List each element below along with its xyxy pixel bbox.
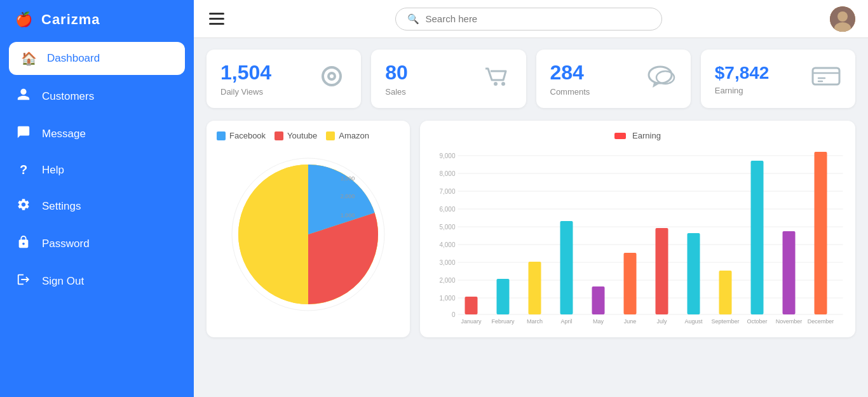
sidebar-label-password: Password xyxy=(42,238,90,250)
bar-october xyxy=(751,161,764,314)
daily-views-icon xyxy=(316,64,347,95)
sidebar-label-dashboard: Dashboard xyxy=(47,52,100,65)
sales-label: Sales xyxy=(385,87,408,97)
stat-card-daily-views: 1,504 Daily Views xyxy=(207,50,361,108)
legend-label-facebook: Facebook xyxy=(229,131,266,140)
settings-icon xyxy=(15,198,32,215)
daily-views-label: Daily Views xyxy=(220,87,271,97)
stat-card-earning: $7,842 Earning xyxy=(701,50,855,108)
logo-text: Carizma xyxy=(41,11,100,28)
stat-sales-left: 80 Sales xyxy=(385,61,408,97)
svg-text:April: April xyxy=(560,318,572,325)
content-area: 1,504 Daily Views 80 Sales 284 xyxy=(194,38,868,397)
bar-legend-dot xyxy=(614,133,626,139)
signout-icon xyxy=(15,273,32,290)
stat-card-sales: 80 Sales xyxy=(371,50,526,108)
svg-point-8 xyxy=(649,67,672,83)
earning-number: $7,842 xyxy=(715,63,770,83)
sidebar-item-signout[interactable]: Sign Out xyxy=(0,262,194,300)
bar-november xyxy=(783,231,796,314)
sidebar-label-settings: Settings xyxy=(42,200,81,213)
legend-amazon: Amazon xyxy=(326,131,369,140)
svg-text:February: February xyxy=(491,318,515,325)
help-icon: ? xyxy=(15,163,32,177)
sidebar-item-message[interactable]: Message xyxy=(0,115,194,152)
stat-earning-left: $7,842 Earning xyxy=(715,63,770,95)
svg-point-5 xyxy=(330,74,334,78)
stat-daily-views-left: 1,504 Daily Views xyxy=(220,61,271,97)
bar-december xyxy=(815,152,827,314)
bar-september xyxy=(719,271,732,314)
svg-rect-10 xyxy=(813,68,839,84)
password-icon xyxy=(15,235,32,252)
bar-may xyxy=(592,286,605,314)
svg-point-1 xyxy=(837,11,848,22)
search-box: 🔍 xyxy=(395,8,662,30)
sidebar-item-customers[interactable]: Customers xyxy=(0,77,194,115)
svg-text:7,000: 7,000 xyxy=(439,188,455,195)
legend-dot-youtube xyxy=(275,131,283,140)
apple-icon: 🍎 xyxy=(15,11,32,28)
search-input[interactable] xyxy=(426,13,650,24)
sales-icon xyxy=(482,64,512,95)
svg-text:October: October xyxy=(747,318,767,325)
pie-chart-container: 3,000 2,000 1,000 xyxy=(217,147,400,322)
stat-comments-left: 284 Comments xyxy=(550,61,590,97)
svg-point-7 xyxy=(501,82,505,86)
search-icon: 🔍 xyxy=(407,13,419,25)
svg-text:September: September xyxy=(711,318,739,325)
svg-text:January: January xyxy=(461,318,482,325)
svg-text:9,000: 9,000 xyxy=(439,152,455,159)
bar-june xyxy=(624,253,637,314)
stats-row: 1,504 Daily Views 80 Sales 284 xyxy=(207,50,855,108)
svg-text:8,000: 8,000 xyxy=(439,170,455,177)
svg-text:May: May xyxy=(593,318,604,325)
svg-text:December: December xyxy=(808,318,834,325)
pie-chart-svg: 3,000 2,000 1,000 xyxy=(226,152,391,317)
sidebar-item-help[interactable]: ? Help xyxy=(0,152,194,187)
sidebar-item-password[interactable]: Password xyxy=(0,225,194,262)
svg-text:November: November xyxy=(776,318,803,325)
svg-text:5,000: 5,000 xyxy=(439,224,455,231)
bar-legend-label: Earning xyxy=(632,131,661,140)
user-avatar[interactable] xyxy=(830,6,855,32)
sidebar-label-help: Help xyxy=(42,164,64,177)
sidebar-item-settings[interactable]: Settings xyxy=(0,187,194,225)
legend-dot-facebook xyxy=(217,131,226,140)
search-container: 🔍 xyxy=(237,8,820,30)
message-icon xyxy=(15,125,32,142)
legend-dot-amazon xyxy=(326,131,335,140)
comments-icon xyxy=(644,64,677,95)
earning-label: Earning xyxy=(715,86,770,95)
sidebar-item-dashboard[interactable]: 🏠 Dashboard xyxy=(9,42,185,75)
svg-text:4,000: 4,000 xyxy=(439,241,455,248)
hamburger-line-3 xyxy=(209,23,224,25)
svg-text:1,000: 1,000 xyxy=(439,295,455,302)
bar-july xyxy=(656,228,668,314)
bar-february xyxy=(497,279,510,314)
bar-august xyxy=(688,233,700,314)
comments-label: Comments xyxy=(550,87,590,97)
sales-number: 80 xyxy=(385,61,408,84)
pie-slice-amazon-final xyxy=(238,165,308,304)
sidebar-label-signout: Sign Out xyxy=(42,275,84,288)
pie-legend: Facebook Youtube Amazon xyxy=(217,131,400,140)
bar-svg-container: 9,000 8,000 7,000 6,000 5,000 4,000 3,00… xyxy=(430,147,845,327)
bar-april xyxy=(560,221,573,314)
stat-card-comments: 284 Comments xyxy=(536,50,691,108)
sidebar-logo: 🍎 Carizma xyxy=(0,0,194,39)
comments-number: 284 xyxy=(550,61,590,84)
bar-chart-card: Earning 9,000 8,000 7,000 6,000 5,000 4,… xyxy=(420,121,855,337)
hamburger-button[interactable] xyxy=(207,10,227,27)
daily-views-number: 1,504 xyxy=(220,61,271,84)
main-area: 🔍 1,504 Daily Views xyxy=(194,0,868,397)
bar-march xyxy=(529,262,541,314)
home-icon: 🏠 xyxy=(20,51,37,66)
hamburger-line-2 xyxy=(209,18,224,20)
pie-chart-card: Facebook Youtube Amazon xyxy=(207,121,410,337)
svg-text:July: July xyxy=(656,318,667,325)
ring-label-1: 1,000 xyxy=(341,212,355,219)
legend-label-amazon: Amazon xyxy=(339,131,369,140)
hamburger-line-1 xyxy=(209,13,224,15)
svg-text:August: August xyxy=(684,318,703,325)
